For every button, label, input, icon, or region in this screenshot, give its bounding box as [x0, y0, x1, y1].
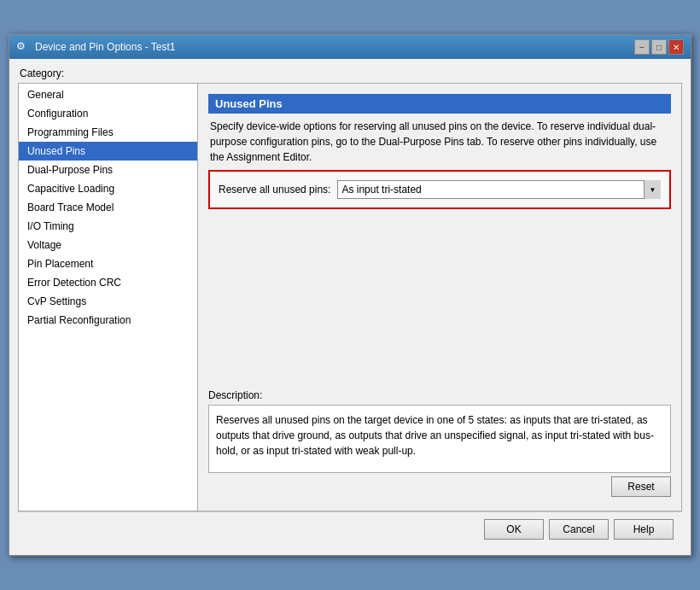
- sidebar-item-capacitive-loading[interactable]: Capacitive Loading: [19, 179, 197, 198]
- window-title: Device and Pin Options - Test1: [35, 41, 176, 53]
- spacer: [208, 214, 671, 386]
- window-icon: ⚙: [16, 40, 30, 54]
- sidebar-item-dual-purpose-pins[interactable]: Dual-Purpose Pins: [19, 161, 197, 179]
- desc-box: Reserves all unused pins on the target d…: [208, 405, 671, 473]
- sidebar-item-io-timing[interactable]: I/O Timing: [19, 217, 197, 236]
- help-button[interactable]: Help: [614, 519, 674, 540]
- maximize-button[interactable]: □: [651, 39, 667, 55]
- title-bar-left: ⚙ Device and Pin Options - Test1: [16, 40, 176, 54]
- sidebar-item-error-detection-crc[interactable]: Error Detection CRC: [19, 273, 197, 292]
- sidebar-item-voltage[interactable]: Voltage: [19, 236, 197, 254]
- reset-area: Reset: [208, 473, 671, 500]
- reserve-label: Reserve all unused pins:: [219, 184, 330, 196]
- right-panel: Unused Pins Specify device-wide options …: [198, 84, 681, 511]
- reserve-select[interactable]: As input tri-stated As output driving gr…: [337, 180, 661, 199]
- dialog-content: Category: General Configuration Programm…: [9, 59, 691, 555]
- category-label: Category:: [18, 67, 682, 79]
- sidebar-item-programming-files[interactable]: Programming Files: [19, 123, 197, 142]
- close-button[interactable]: ✕: [668, 39, 684, 55]
- sidebar-item-pin-placement[interactable]: Pin Placement: [19, 254, 197, 273]
- desc-label: Description:: [208, 389, 671, 401]
- sidebar-item-unused-pins[interactable]: Unused Pins: [19, 142, 197, 161]
- panel-description: Specify device-wide options for reservin…: [208, 119, 671, 165]
- minimize-button[interactable]: −: [634, 39, 650, 55]
- sidebar-item-cvp-settings[interactable]: CvP Settings: [19, 292, 197, 311]
- reserve-select-wrapper: As input tri-stated As output driving gr…: [337, 180, 661, 199]
- cancel-button[interactable]: Cancel: [549, 519, 609, 540]
- description-section: Description: Reserves all unused pins on…: [208, 389, 671, 473]
- bottom-buttons: OK Cancel Help: [18, 511, 682, 546]
- reserve-box: Reserve all unused pins: As input tri-st…: [208, 170, 671, 209]
- title-controls: − □ ✕: [634, 39, 684, 55]
- title-bar: ⚙ Device and Pin Options - Test1 − □ ✕: [9, 35, 691, 59]
- panel-content: Unused Pins Specify device-wide options …: [208, 94, 671, 500]
- reset-button[interactable]: Reset: [611, 476, 671, 497]
- sidebar-item-configuration[interactable]: Configuration: [19, 104, 197, 123]
- sidebar-item-general[interactable]: General: [19, 85, 197, 104]
- sidebar-item-board-trace-model[interactable]: Board Trace Model: [19, 198, 197, 217]
- sidebar-item-partial-reconfiguration[interactable]: Partial Reconfiguration: [19, 311, 197, 330]
- panel-title: Unused Pins: [208, 94, 671, 114]
- main-window: ⚙ Device and Pin Options - Test1 − □ ✕ C…: [9, 34, 691, 556]
- sidebar: General Configuration Programming Files …: [19, 84, 198, 511]
- ok-button[interactable]: OK: [484, 519, 544, 540]
- main-area: General Configuration Programming Files …: [18, 83, 682, 511]
